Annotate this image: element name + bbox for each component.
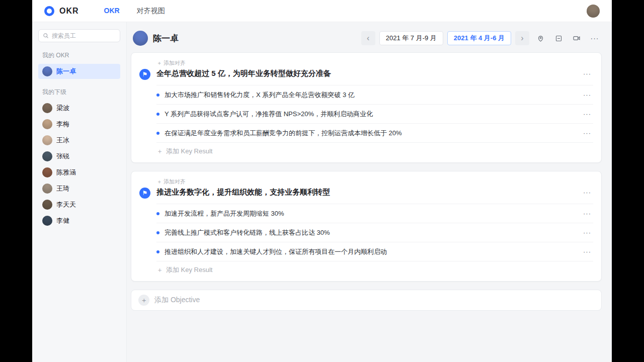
sidebar-item[interactable]: 李梅 bbox=[38, 117, 120, 132]
collapse-icon bbox=[555, 35, 562, 42]
sidebar-item-label: 梁波 bbox=[56, 104, 69, 113]
avatar bbox=[42, 135, 52, 145]
objective-card: ⚑＋添加对齐推进业务数字化，提升组织效能，支持业务顺利转型···加速开发流程，新… bbox=[131, 171, 602, 282]
previous-period-button[interactable]: ‹ bbox=[361, 31, 375, 45]
video-button[interactable] bbox=[570, 31, 584, 45]
add-objective-label: 添加 Objective bbox=[154, 296, 200, 305]
avatar bbox=[42, 119, 52, 129]
app-window: OKR OKR对齐视图 我的 OKR陈一卓我的下级梁波李梅王冰张锐陈雅涵王琦李天… bbox=[32, 0, 612, 362]
add-key-result-button[interactable]: ＋添加 Key Result bbox=[156, 261, 593, 278]
sidebar-item-label: 李梅 bbox=[56, 120, 69, 129]
tab-okr[interactable]: OKR bbox=[104, 7, 120, 16]
employee-search[interactable] bbox=[38, 29, 120, 42]
key-result-row[interactable]: 加速开发流程，新产品开发周期缩短 30%··· bbox=[156, 204, 593, 223]
camera-icon bbox=[573, 34, 581, 42]
objective-more-button[interactable]: ··· bbox=[581, 189, 593, 196]
more-options-button[interactable]: ··· bbox=[588, 31, 602, 45]
avatar bbox=[42, 184, 52, 194]
key-result-text: Y 系列产品获得试点客户认可，净推荐值 NPS>20%，并顺利启动商业化 bbox=[165, 110, 576, 119]
sidebar-sections: 我的 OKR陈一卓我的下级梁波李梅王冰张锐陈雅涵王琦李天天李健 bbox=[38, 51, 120, 228]
owner-name: 陈一卓 bbox=[153, 33, 179, 44]
add-key-result-button[interactable]: ＋添加 Key Result bbox=[156, 142, 593, 159]
avatar bbox=[42, 151, 52, 161]
header-tools: ‹ 2021 年 7 月-9 月2021 年 4 月-6 月 › bbox=[361, 31, 602, 45]
sidebar: 我的 OKR陈一卓我的下级梁波李梅王冰张锐陈雅涵王琦李天天李健 bbox=[32, 22, 127, 362]
sidebar-item[interactable]: 梁波 bbox=[38, 101, 120, 116]
collapse-button[interactable] bbox=[551, 31, 566, 45]
key-result-row[interactable]: 推进组织和人才建设，加速关键人才到位，保证所有项目在一个月内顺利启动··· bbox=[156, 242, 593, 261]
key-result-text: 在保证满足年度业务需求和员工薪酬竞争力的前提下，控制运营成本增长低于 20% bbox=[165, 129, 576, 138]
sidebar-item-label: 陈雅涵 bbox=[56, 168, 76, 177]
key-result-text: 加速开发流程，新产品开发周期缩短 30% bbox=[165, 209, 576, 218]
add-alignment-button[interactable]: ＋添加对齐 bbox=[156, 59, 186, 67]
avatar bbox=[42, 66, 52, 76]
key-result-list: 加速开发流程，新产品开发周期缩短 30%···完善线上推广模式和客户转化链路，线… bbox=[156, 204, 593, 278]
pin-button[interactable] bbox=[533, 31, 547, 45]
app-title: OKR bbox=[59, 7, 79, 16]
sidebar-item-label: 陈一卓 bbox=[56, 67, 76, 76]
avatar bbox=[42, 167, 52, 177]
tab-alignment[interactable]: 对齐视图 bbox=[137, 7, 165, 16]
topnav-user-avatar[interactable] bbox=[587, 5, 600, 18]
sidebar-item[interactable]: 陈一卓 bbox=[38, 64, 120, 79]
key-result-row[interactable]: 在保证满足年度业务需求和员工薪酬竞争力的前提下，控制运营成本增长低于 20%··… bbox=[156, 123, 593, 142]
sidebar-item[interactable]: 张锐 bbox=[38, 149, 120, 164]
add-key-result-label: 添加 Key Result bbox=[166, 147, 212, 156]
top-navigation: OKR OKR对齐视图 bbox=[32, 0, 612, 22]
add-alignment-label: 添加对齐 bbox=[164, 59, 186, 67]
bullet-icon bbox=[156, 212, 159, 215]
key-result-more-button[interactable]: ··· bbox=[581, 210, 593, 217]
key-result-list: 加大市场推广和销售转化力度，X 系列产品全年总营收额突破 3 亿···Y 系列产… bbox=[156, 85, 593, 159]
more-icon: ··· bbox=[591, 34, 599, 42]
search-input[interactable] bbox=[52, 32, 116, 39]
key-result-text: 推进组织和人才建设，加速关键人才到位，保证所有项目在一个月内顺利启动 bbox=[165, 247, 576, 256]
objective-title: 全年总营收超过 5 亿，为明年业务转型做好充分准备 bbox=[156, 69, 581, 78]
period-button[interactable]: 2021 年 4 月-6 月 bbox=[447, 31, 511, 45]
key-result-more-button[interactable]: ··· bbox=[581, 91, 593, 99]
objective-head: ⚑＋添加对齐推进业务数字化，提升组织效能，支持业务顺利转型··· bbox=[139, 176, 593, 199]
sidebar-item[interactable]: 陈雅涵 bbox=[38, 165, 120, 180]
bullet-icon bbox=[156, 113, 159, 116]
sidebar-item[interactable]: 王琦 bbox=[38, 181, 120, 196]
key-result-row[interactable]: 完善线上推广模式和客户转化链路，线上获客占比达 30%··· bbox=[156, 223, 593, 242]
objective-head: ⚑＋添加对齐全年总营收超过 5 亿，为明年业务转型做好充分准备··· bbox=[139, 58, 593, 80]
sidebar-item[interactable]: 李天天 bbox=[38, 197, 120, 212]
main-panel: 陈一卓 ‹ 2021 年 7 月-9 月2021 年 4 月-6 月 › bbox=[127, 22, 612, 362]
sidebar-section-label: 我的 OKR bbox=[42, 51, 116, 60]
sidebar-item[interactable]: 王冰 bbox=[38, 133, 120, 148]
add-objective-button[interactable]: ＋ 添加 Objective bbox=[131, 290, 602, 311]
next-period-button[interactable]: › bbox=[515, 31, 529, 45]
add-key-result-label: 添加 Key Result bbox=[166, 265, 212, 275]
key-result-more-button[interactable]: ··· bbox=[581, 129, 593, 137]
sidebar-item-label: 王冰 bbox=[56, 136, 69, 145]
main-header: 陈一卓 ‹ 2021 年 7 月-9 月2021 年 4 月-6 月 › bbox=[131, 26, 602, 50]
objective-title: 推进业务数字化，提升组织效能，支持业务顺利转型 bbox=[156, 188, 581, 197]
avatar bbox=[42, 103, 52, 113]
key-result-more-button[interactable]: ··· bbox=[581, 248, 593, 255]
key-result-text: 完善线上推广模式和客户转化链路，线上获客占比达 30% bbox=[165, 228, 576, 237]
sidebar-item[interactable]: 李健 bbox=[38, 213, 120, 228]
key-result-text: 加大市场推广和销售转化力度，X 系列产品全年总营收额突破 3 亿 bbox=[165, 90, 576, 100]
plus-icon: ＋ bbox=[138, 295, 149, 306]
add-alignment-label: 添加对齐 bbox=[164, 178, 186, 186]
nav-tabs: OKR对齐视图 bbox=[104, 7, 165, 16]
sidebar-item-label: 李天天 bbox=[56, 200, 76, 209]
add-alignment-button[interactable]: ＋添加对齐 bbox=[156, 178, 186, 186]
sidebar-item-label: 李健 bbox=[56, 216, 69, 225]
key-result-row[interactable]: Y 系列产品获得试点客户认可，净推荐值 NPS>20%，并顺利启动商业化··· bbox=[156, 104, 593, 123]
plus-icon: ＋ bbox=[156, 59, 162, 67]
period-button[interactable]: 2021 年 7 月-9 月 bbox=[379, 31, 443, 45]
plus-icon: ＋ bbox=[156, 265, 163, 275]
key-result-more-button[interactable]: ··· bbox=[581, 229, 593, 236]
key-result-row[interactable]: 加大市场推广和销售转化力度，X 系列产品全年总营收额突破 3 亿··· bbox=[156, 85, 593, 104]
okr-app-logo-icon bbox=[44, 6, 54, 16]
sidebar-item-label: 王琦 bbox=[56, 184, 69, 193]
key-result-more-button[interactable]: ··· bbox=[581, 110, 593, 118]
objective-more-button[interactable]: ··· bbox=[581, 70, 593, 77]
plus-icon: ＋ bbox=[156, 178, 162, 186]
period-group: 2021 年 7 月-9 月2021 年 4 月-6 月 bbox=[379, 31, 511, 45]
objective-card: ⚑＋添加对齐全年总营收超过 5 亿，为明年业务转型做好充分准备···加大市场推广… bbox=[131, 52, 602, 163]
bullet-icon bbox=[156, 231, 159, 234]
objective-flag-icon: ⚑ bbox=[139, 69, 150, 80]
sidebar-section-label: 我的下级 bbox=[42, 88, 116, 97]
